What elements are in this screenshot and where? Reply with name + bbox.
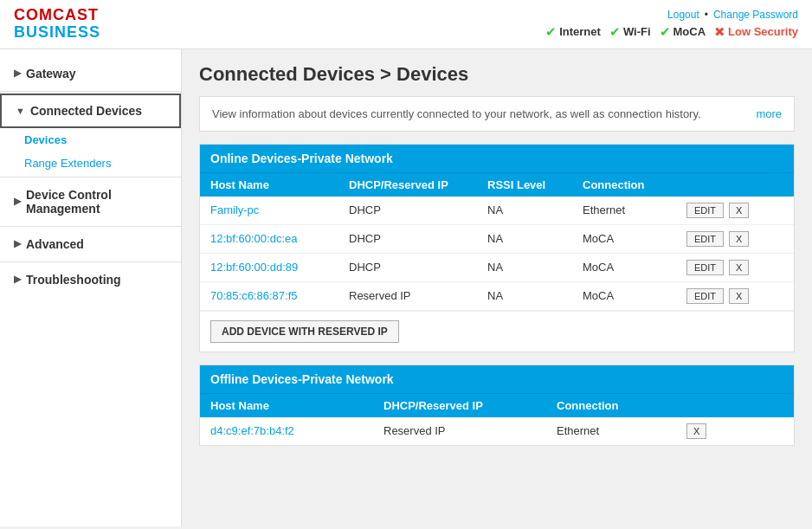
- sidebar-sub-range-extenders[interactable]: Range Extenders: [0, 152, 181, 175]
- table-row: 70:85:c6:86:87:f5 Reserved IP NA MoCA ED…: [200, 282, 794, 311]
- sidebar-label-advanced: Advanced: [26, 237, 84, 251]
- delete-button-2[interactable]: X: [729, 260, 749, 275]
- logo-comcast: COMCAST: [14, 7, 100, 24]
- layout: ▶ Gateway ▼ Connected Devices Devices Ra…: [0, 49, 812, 526]
- off-device-conn-0: Ethernet: [557, 424, 686, 437]
- off-col-header-actions: [686, 399, 783, 412]
- sidebar-divider-3: [0, 226, 181, 227]
- online-section-header: Online Devices-Private Network: [200, 145, 794, 172]
- info-text: View information about devices currently…: [212, 107, 701, 120]
- col-header-connection: Connection: [583, 178, 686, 191]
- table-row: 12:bf:60:00:dc:ea DHCP NA MoCA EDIT X: [200, 225, 794, 254]
- arrow-icon-gateway: ▶: [14, 68, 21, 79]
- sidebar-sub-devices-label: Devices: [24, 133, 67, 146]
- offline-section-header: Offline Devices-Private Network: [200, 365, 794, 393]
- status-internet: ✔ Internet: [545, 24, 601, 40]
- device-host-2: 12:bf:60:00:dd:89: [210, 261, 349, 274]
- check-icon-wifi: ✔: [609, 24, 621, 40]
- off-device-host-0: d4:c9:ef:7b:b4:f2: [210, 424, 383, 437]
- device-actions-0: EDIT X: [686, 203, 783, 218]
- sidebar-divider-2: [0, 177, 181, 177]
- device-dhcp-3: Reserved IP: [349, 289, 487, 302]
- sidebar-label-device-control: Device Control Management: [26, 188, 167, 216]
- sidebar-divider-1: [0, 91, 181, 92]
- separator: •: [705, 9, 708, 21]
- device-conn-1: MoCA: [583, 232, 686, 245]
- device-host-3: 70:85:c6:86:87:f5: [210, 289, 349, 302]
- device-host-link-2[interactable]: 12:bf:60:00:dd:89: [210, 261, 298, 274]
- device-host-link-1[interactable]: 12:bf:60:00:dc:ea: [210, 232, 297, 245]
- header-status: ✔ Internet ✔ Wi-Fi ✔ MoCA ✖ Low Security: [545, 24, 798, 40]
- online-column-headers: Host Name DHCP/Reserved IP RSSI Level Co…: [200, 172, 794, 197]
- edit-button-2[interactable]: EDIT: [686, 260, 724, 275]
- edit-button-0[interactable]: EDIT: [686, 203, 724, 218]
- status-wifi: ✔ Wi-Fi: [609, 24, 651, 40]
- status-wifi-label: Wi-Fi: [623, 25, 651, 38]
- device-host-link-0[interactable]: Family-pc: [210, 203, 259, 216]
- delete-button-0[interactable]: X: [729, 203, 749, 218]
- sidebar-item-device-control[interactable]: ▶ Device Control Management: [0, 179, 181, 224]
- sidebar-label-connected-devices: Connected Devices: [30, 104, 142, 118]
- sidebar-item-troubleshooting[interactable]: ▶ Troubleshooting: [0, 264, 181, 295]
- col-header-hostname: Host Name: [210, 178, 349, 191]
- device-rssi-0: NA: [487, 203, 583, 216]
- device-actions-2: EDIT X: [686, 260, 783, 275]
- device-conn-2: MoCA: [583, 261, 686, 274]
- sidebar-label-troubleshooting: Troubleshooting: [26, 273, 121, 287]
- logout-link[interactable]: Logout: [667, 9, 699, 21]
- more-link[interactable]: more: [756, 107, 782, 120]
- arrow-icon-troubleshooting: ▶: [14, 274, 21, 285]
- sidebar-divider-4: [0, 261, 181, 262]
- col-header-actions: [686, 178, 783, 191]
- table-row: 12:bf:60:00:dd:89 DHCP NA MoCA EDIT X: [200, 254, 794, 282]
- warn-icon-security: ✖: [714, 24, 725, 40]
- off-device-actions-0: X: [686, 423, 783, 439]
- device-dhcp-1: DHCP: [349, 232, 487, 245]
- header-links: Logout • Change Password: [667, 9, 798, 21]
- header-right: Logout • Change Password ✔ Internet ✔ Wi…: [545, 9, 798, 40]
- device-dhcp-2: DHCP: [349, 261, 487, 274]
- check-icon-internet: ✔: [545, 24, 557, 40]
- delete-button-1[interactable]: X: [729, 231, 749, 247]
- off-delete-button-0[interactable]: X: [686, 423, 706, 439]
- device-host-1: 12:bf:60:00:dc:ea: [210, 232, 349, 245]
- off-col-header-dhcp: DHCP/Reserved IP: [383, 399, 557, 412]
- device-actions-1: EDIT X: [686, 231, 783, 247]
- off-device-dhcp-0: Reserved IP: [383, 424, 557, 437]
- col-header-dhcp: DHCP/Reserved IP: [349, 178, 487, 191]
- logo: COMCAST BUSINESS: [14, 7, 100, 42]
- status-security: ✖ Low Security: [714, 24, 798, 40]
- table-row: Family-pc DHCP NA Ethernet EDIT X: [200, 197, 794, 225]
- arrow-icon-connected-devices: ▼: [16, 106, 25, 116]
- off-device-host-link-0[interactable]: d4:c9:ef:7b:b4:f2: [210, 424, 294, 437]
- change-password-link[interactable]: Change Password: [713, 9, 798, 21]
- device-conn-3: MoCA: [583, 289, 686, 302]
- check-icon-moca: ✔: [660, 24, 671, 40]
- edit-button-1[interactable]: EDIT: [686, 231, 724, 247]
- status-moca: ✔ MoCA: [660, 24, 706, 40]
- col-header-rssi: RSSI Level: [487, 178, 583, 191]
- sidebar-item-advanced[interactable]: ▶ Advanced: [0, 229, 181, 260]
- sidebar-sub-devices[interactable]: Devices: [0, 128, 181, 152]
- delete-button-3[interactable]: X: [729, 288, 749, 304]
- logo-business: BUSINESS: [14, 24, 100, 42]
- table-row: d4:c9:ef:7b:b4:f2 Reserved IP Ethernet X: [200, 417, 794, 445]
- device-actions-3: EDIT X: [686, 288, 783, 304]
- edit-button-3[interactable]: EDIT: [686, 288, 724, 304]
- page-title: Connected Devices > Devices: [199, 63, 795, 86]
- offline-column-headers: Host Name DHCP/Reserved IP Connection: [200, 393, 794, 417]
- add-device-button[interactable]: ADD DEVICE WITH RESERVED IP: [210, 320, 399, 343]
- device-host-link-3[interactable]: 70:85:c6:86:87:f5: [210, 289, 297, 302]
- status-security-label: Low Security: [728, 25, 798, 38]
- device-host-0: Family-pc: [210, 203, 349, 216]
- device-conn-0: Ethernet: [583, 203, 686, 216]
- device-rssi-2: NA: [487, 261, 583, 274]
- sidebar-label-gateway: Gateway: [26, 67, 76, 81]
- status-internet-label: Internet: [559, 25, 601, 38]
- header: COMCAST BUSINESS Logout • Change Passwor…: [0, 0, 812, 49]
- sidebar-item-gateway[interactable]: ▶ Gateway: [0, 58, 181, 89]
- sidebar-item-connected-devices[interactable]: ▼ Connected Devices: [0, 94, 181, 128]
- status-moca-label: MoCA: [673, 25, 706, 38]
- device-dhcp-0: DHCP: [349, 203, 487, 216]
- sidebar: ▶ Gateway ▼ Connected Devices Devices Ra…: [0, 49, 182, 526]
